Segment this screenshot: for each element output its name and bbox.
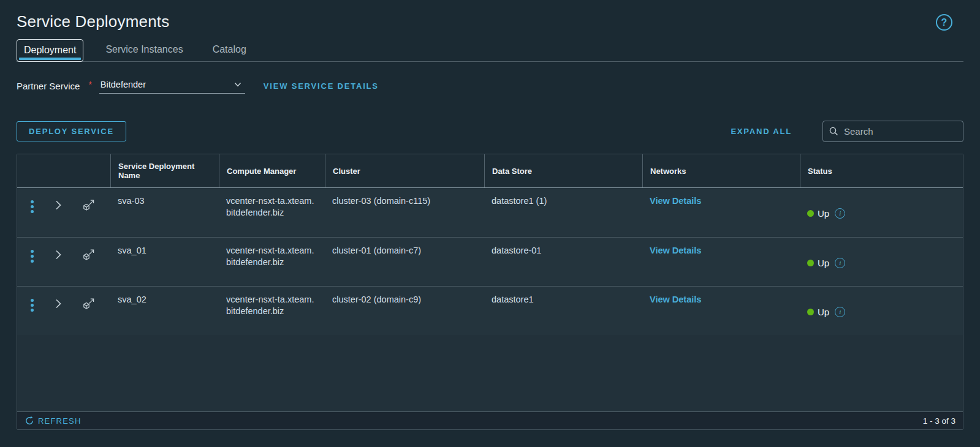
column-header-networks: Networks bbox=[642, 154, 800, 187]
refresh-icon bbox=[25, 416, 34, 426]
column-header-service-deployment-name: Service Deployment Name bbox=[110, 154, 219, 187]
partner-service-select[interactable]: Bitdefender bbox=[99, 78, 245, 94]
tab-service-instances[interactable]: Service Instances bbox=[98, 39, 190, 61]
service-deployments-page: Service Deployments ? Deployment Service… bbox=[0, 0, 980, 430]
cell-status: Up i bbox=[800, 188, 963, 237]
search-box[interactable] bbox=[822, 121, 963, 142]
status-up-dot bbox=[807, 260, 814, 266]
table-row: sva-03 vcenter-nsxt-ta.xteam.bitdefender… bbox=[17, 188, 963, 237]
expand-chevron-icon[interactable] bbox=[52, 198, 64, 211]
refresh-button[interactable]: REFRESH bbox=[25, 416, 82, 426]
cell-service-deployment-name: sva_01 bbox=[110, 238, 219, 286]
row-actions-cell bbox=[17, 287, 110, 335]
help-glyph: ? bbox=[941, 17, 948, 28]
toolbar-right: EXPAND ALL bbox=[731, 121, 963, 142]
deploy-service-button[interactable]: DEPLOY SERVICE bbox=[17, 121, 126, 141]
expand-chevron-icon[interactable] bbox=[52, 297, 64, 309]
column-header-compute-manager: Compute Manager bbox=[219, 154, 325, 187]
deploy-cube-icon[interactable] bbox=[82, 248, 96, 261]
cell-networks: View Details bbox=[642, 188, 800, 237]
view-details-link[interactable]: View Details bbox=[650, 196, 701, 206]
tab-deployment-label: Deployment bbox=[24, 45, 76, 55]
pagination-text: 1 - 3 of 3 bbox=[923, 416, 955, 426]
view-details-link[interactable]: View Details bbox=[650, 295, 701, 304]
cell-cluster: cluster-03 (domain-c115) bbox=[325, 188, 484, 237]
cell-networks: View Details bbox=[642, 238, 800, 286]
view-service-details-link[interactable]: VIEW SERVICE DETAILS bbox=[264, 81, 379, 91]
help-icon[interactable]: ? bbox=[936, 14, 952, 31]
cell-cluster: cluster-01 (domain-c7) bbox=[325, 238, 484, 286]
cell-networks: View Details bbox=[642, 287, 800, 335]
kebab-menu-icon[interactable] bbox=[31, 250, 34, 253]
status-label: Up bbox=[818, 208, 829, 219]
status-info-icon[interactable]: i bbox=[835, 307, 845, 317]
column-header-data-store: Data Store bbox=[484, 154, 642, 187]
cell-compute-manager: vcenter-nsxt-ta.xteam.bitdefender.biz bbox=[219, 188, 325, 237]
cell-status: Up i bbox=[800, 238, 963, 286]
status-info-icon[interactable]: i bbox=[835, 208, 845, 219]
toolbar: DEPLOY SERVICE EXPAND ALL bbox=[17, 121, 963, 142]
table-header-row: Service Deployment Name Compute Manager … bbox=[17, 154, 963, 188]
tab-bar: Deployment Service Instances Catalog bbox=[17, 39, 963, 62]
info-glyph: i bbox=[839, 306, 841, 318]
kebab-menu-icon[interactable] bbox=[31, 299, 34, 302]
search-input[interactable] bbox=[844, 126, 957, 137]
deployments-table: Service Deployment Name Compute Manager … bbox=[17, 154, 963, 430]
cell-compute-manager: vcenter-nsxt-ta.xteam.bitdefender.biz bbox=[219, 238, 325, 286]
partner-service-row: Partner Service * Bitdefender VIEW SERVI… bbox=[17, 78, 963, 94]
deploy-cube-icon[interactable] bbox=[82, 198, 96, 212]
cell-data-store: datastore-01 bbox=[484, 238, 642, 286]
table-empty-area bbox=[17, 335, 963, 411]
info-glyph: i bbox=[839, 208, 841, 219]
status-up-dot bbox=[807, 309, 814, 315]
table-footer: REFRESH 1 - 3 of 3 bbox=[17, 411, 963, 429]
cell-data-store: datastore1 (1) bbox=[484, 188, 642, 237]
column-header-actions bbox=[17, 154, 110, 187]
required-asterisk: * bbox=[88, 80, 91, 89]
row-actions-cell bbox=[17, 188, 110, 237]
row-actions-cell bbox=[17, 238, 110, 286]
cell-compute-manager: vcenter-nsxt-ta.xteam.bitdefender.biz bbox=[219, 287, 325, 335]
page-title: Service Deployments bbox=[17, 12, 169, 31]
cell-service-deployment-name: sva_02 bbox=[110, 287, 219, 335]
search-icon bbox=[829, 126, 839, 137]
table-row: sva_01 vcenter-nsxt-ta.xteam.bitdefender… bbox=[17, 237, 963, 286]
info-glyph: i bbox=[839, 257, 841, 269]
tab-catalog[interactable]: Catalog bbox=[205, 39, 254, 61]
tab-deployment[interactable]: Deployment bbox=[17, 39, 83, 62]
status-up-dot bbox=[807, 210, 814, 217]
cell-status: Up i bbox=[800, 287, 963, 335]
expand-all-link[interactable]: EXPAND ALL bbox=[731, 127, 792, 136]
tab-catalog-label: Catalog bbox=[213, 44, 246, 54]
partner-service-value: Bitdefender bbox=[101, 80, 146, 89]
column-header-cluster: Cluster bbox=[325, 154, 484, 187]
refresh-label: REFRESH bbox=[38, 416, 82, 426]
status-label: Up bbox=[818, 306, 829, 318]
active-tab-underline bbox=[19, 58, 81, 60]
expand-chevron-icon[interactable] bbox=[52, 248, 64, 260]
view-details-link[interactable]: View Details bbox=[650, 246, 701, 255]
status-info-icon[interactable]: i bbox=[835, 258, 845, 268]
deploy-cube-icon[interactable] bbox=[82, 297, 96, 310]
table-row: sva_02 vcenter-nsxt-ta.xteam.bitdefender… bbox=[17, 286, 963, 335]
partner-service-label: Partner Service bbox=[17, 81, 80, 91]
status-label: Up bbox=[818, 257, 829, 269]
title-bar: Service Deployments ? bbox=[17, 0, 963, 31]
tab-service-instances-label: Service Instances bbox=[105, 44, 183, 54]
kebab-menu-icon[interactable] bbox=[31, 200, 34, 203]
column-header-status: Status bbox=[800, 154, 963, 187]
cell-data-store: datastore1 bbox=[484, 287, 642, 335]
cell-service-deployment-name: sva-03 bbox=[110, 188, 219, 237]
chevron-down-icon bbox=[233, 80, 243, 89]
cell-cluster: cluster-02 (domain-c9) bbox=[325, 287, 484, 335]
